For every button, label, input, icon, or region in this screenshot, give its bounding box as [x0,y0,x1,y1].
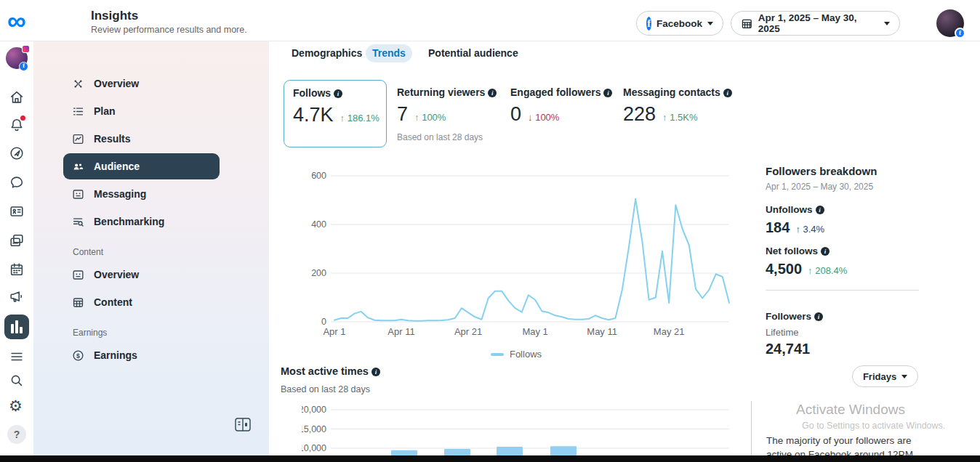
all-tools-menu-icon[interactable] [9,349,25,365]
follows-line-chart: 0200400600Apr 1Apr 11Apr 21May 1May 11Ma… [302,169,731,339]
tab-demographics[interactable]: Demographics [285,44,369,62]
sidebar-item-overview[interactable]: Overview [63,70,220,97]
messaging-icon [71,187,85,201]
meta-logo-icon[interactable]: ∞ [7,3,26,39]
page-title: Insights [91,9,138,23]
sidebar-item-content[interactable]: Earnings Content [63,289,220,315]
metric-card-engaged-followers[interactable]: Engaged followersi 0 ↓ 100% [502,80,614,132]
content-overview-icon [71,268,85,282]
earnings-dollar-icon: $ [71,349,85,362]
unfollows-delta: ↑ 3.4% [795,224,824,235]
overview-icon [71,77,85,91]
info-icon[interactable]: i [821,247,830,256]
sidebar-item-results[interactable]: Results [63,126,220,152]
comments-chat-icon[interactable] [9,174,25,190]
info-icon[interactable]: i [371,368,380,376]
tab-trends[interactable]: Trends [366,44,412,62]
sidebar-item-plan[interactable]: Plan [63,98,220,124]
followers-label: Followersi [766,311,823,322]
collapse-sidebar-icon[interactable] [235,418,251,431]
chevron-down-icon [707,22,713,25]
left-rail: f [0,41,33,462]
most-active-times-title: Most active timesi [281,365,380,377]
sidebar-item-benchmarking[interactable]: Benchmarking [63,208,220,235]
unfollows-value: 184 [766,219,790,236]
facebook-icon: f [646,17,651,31]
unfollows-label: Unfollowsi [766,204,824,215]
settings-gear-icon[interactable]: ⚙ [9,398,25,414]
followers-sublabel: Lifetime [766,327,799,338]
chevron-down-icon [901,375,907,378]
planner-calendar-icon[interactable] [9,262,25,277]
divider [766,290,919,291]
metric-delta: ↑ 186.1% [340,113,379,123]
meta-business-suite-insights: ∞ Insights Review performance results an… [0,0,980,462]
sidebar-item-audience[interactable]: Audience [63,153,220,179]
home-icon[interactable] [9,89,25,105]
posts-pages-icon[interactable] [9,232,25,248]
metric-value: 228 [623,103,656,126]
info-icon[interactable]: i [603,89,612,97]
net-follows-value-row: 4,500 ↑ 208.4% [766,261,847,277]
sidebar-item-content-overview[interactable]: Overview [63,262,220,288]
sidebar-item-messaging[interactable]: Messaging [63,181,220,207]
info-icon[interactable]: i [814,312,823,321]
business-avatar[interactable]: f [6,47,28,69]
metric-label: Messaging contacts [623,86,720,98]
net-follows-value: 4,500 [766,261,802,277]
net-follows-label: Net followsi [766,246,830,256]
metric-delta: ↑ 1.5K% [662,112,697,123]
metric-card-messaging-contacts[interactable]: Messaging contactsi 228 ↑ 1.5K% [614,80,738,132]
followers-lifetime-value: 24,741 [766,341,810,357]
svg-text:10,000: 10,000 [302,443,326,453]
legend-swatch-follows [491,353,504,356]
tab-potential-audience[interactable]: Potential audience [422,44,525,62]
benchmarking-icon [71,215,85,229]
info-icon[interactable]: i [488,89,497,97]
svg-text:Apr 21: Apr 21 [454,326,482,337]
ads-megaphone-icon[interactable] [9,289,25,305]
info-icon[interactable]: i [334,89,342,98]
metric-card-returning-viewers[interactable]: Returning viewersi 7 ↑ 100% Based on las… [388,80,505,149]
info-icon[interactable]: i [723,89,732,97]
svg-text:May 1: May 1 [522,326,547,337]
sidebar-section-content: Content [73,247,103,257]
info-icon[interactable]: i [816,206,824,214]
help-icon[interactable]: ? [7,425,23,441]
most-active-times-bar-chart: 20,00015,00010,000 [302,404,731,455]
activate-windows-watermark: Activate Windows Go to Settings to activ… [796,402,974,431]
most-active-times-subtitle: Based on last 28 days [281,384,370,394]
svg-text:Apr 11: Apr 11 [387,326,414,337]
insights-bar-chart-icon[interactable] [4,315,29,339]
chart-legend: Follows [436,349,596,360]
audience-people-icon [71,160,85,174]
platform-selector-button[interactable]: f Facebook [636,11,723,36]
svg-text:20,000: 20,000 [302,405,326,415]
svg-text:400: 400 [311,219,326,230]
content-grid-icon [71,296,85,309]
metric-value: 0 [510,103,521,126]
day-selector-label: Fridays [863,371,896,382]
date-range-button[interactable]: Apr 1, 2025 – May 30, 2025 [731,11,900,36]
date-range-label: Apr 1, 2025 – May 30, 2025 [758,12,879,34]
metric-label: Returning viewers [397,86,485,98]
metric-delta: ↓ 100% [528,112,559,123]
day-selector-dropdown[interactable]: Fridays [852,365,918,387]
chevron-down-icon [884,22,890,25]
svg-text:May 11: May 11 [587,326,617,337]
profile-avatar[interactable]: f [936,9,964,37]
ads-compass-icon[interactable] [9,145,25,161]
metric-delta: ↑ 100% [414,112,446,123]
metric-value: 4.7K [293,104,334,126]
metric-card-follows[interactable]: Followsi 4.7K ↑ 186.1% [284,80,387,147]
notifications-bell-icon[interactable] [9,117,25,133]
followers-breakdown-title: Followers breakdown [766,165,877,177]
sidebar-item-earnings[interactable]: $ Earnings [63,342,220,368]
search-icon[interactable] [9,373,25,389]
plan-list-icon [71,105,85,118]
notification-dot [20,115,25,121]
header: ∞ Insights Review performance results an… [0,0,980,41]
contacts-card-icon[interactable] [9,203,25,219]
svg-text:15,000: 15,000 [302,424,326,434]
metric-note: Based on last 28 days [397,132,496,142]
